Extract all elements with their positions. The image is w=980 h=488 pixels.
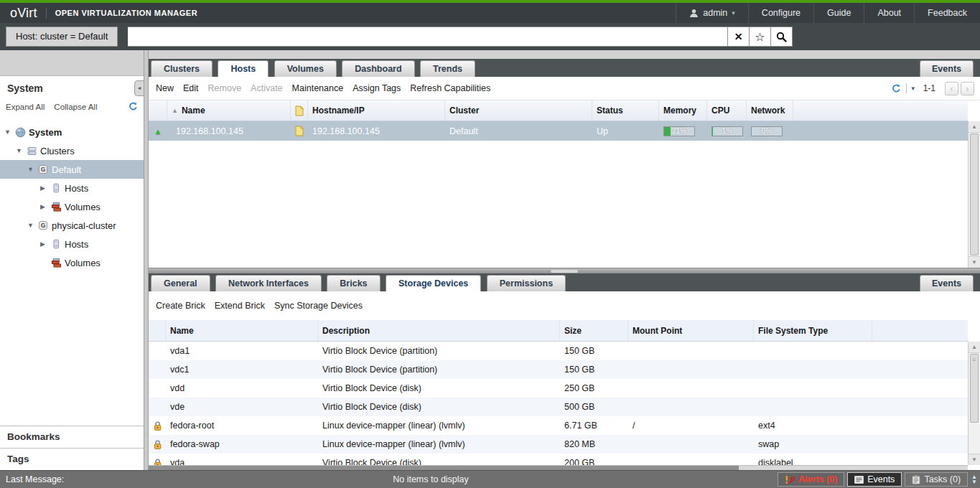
cell-name: vdd: [166, 383, 318, 393]
horizontal-splitter[interactable]: [149, 268, 980, 273]
next-page-button: ›: [961, 82, 974, 95]
alerts-button[interactable]: Alerts (0): [778, 472, 844, 487]
twisty-collapsed-icon[interactable]: ▶: [40, 203, 51, 210]
tree-item-clusters[interactable]: ▼ Clusters: [0, 141, 144, 160]
search-scope-label[interactable]: Host: cluster = Default: [6, 27, 118, 47]
main-panel: Clusters Hosts Volumes Dashboard Trends …: [149, 50, 980, 470]
tab-bricks[interactable]: Bricks: [327, 275, 380, 291]
tab-storage-devices[interactable]: Storage Devices: [386, 275, 481, 291]
search-go-button[interactable]: [771, 27, 793, 47]
menu-item-guide[interactable]: Guide: [813, 3, 864, 23]
column-header-fs-type[interactable]: File System Type: [754, 320, 872, 341]
storage-row[interactable]: vda1 Virtio Block Device (partition) 150…: [149, 342, 968, 360]
collapse-panel-button[interactable]: ◄: [134, 80, 144, 96]
column-header-description[interactable]: Description: [318, 320, 560, 341]
grid-refresh-button[interactable]: [892, 84, 901, 93]
scroll-up-icon[interactable]: ▲: [969, 342, 980, 353]
twisty-expanded-icon[interactable]: ▼: [27, 166, 38, 173]
tree-item-hosts[interactable]: ▶ Hosts: [0, 179, 144, 197]
hosts-grid-scrollbar[interactable]: ▲ ▼: [968, 121, 980, 268]
tab-trends[interactable]: Trends: [420, 60, 475, 77]
twisty-expanded-icon[interactable]: ▼: [4, 128, 15, 136]
column-header-name[interactable]: Name: [166, 320, 318, 341]
tree-refresh-button[interactable]: [129, 102, 138, 111]
storage-grid-header: Name Description Size Mount Point File S…: [149, 320, 968, 342]
storage-row[interactable]: fedora-swap Linux device-mapper (linear)…: [149, 435, 968, 454]
bookmarks-section-header[interactable]: Bookmarks: [0, 426, 144, 447]
scrollbar-thumb[interactable]: ≡: [970, 354, 979, 423]
storage-row[interactable]: vdc1 Virtio Block Device (partition) 150…: [149, 360, 968, 379]
tab-clusters[interactable]: Clusters: [151, 60, 213, 77]
tree-item-default-cluster[interactable]: ▼ G Default: [0, 160, 144, 179]
column-header-cluster[interactable]: Cluster: [445, 100, 592, 121]
cpu-usage-value: 1%: [712, 127, 742, 136]
twisty-collapsed-icon[interactable]: ▶: [40, 240, 51, 248]
scroll-down-icon[interactable]: ▼: [969, 256, 980, 268]
tree-item-physical-cluster[interactable]: ▼ G physical-cluster: [0, 216, 144, 235]
column-header-size[interactable]: Size: [560, 320, 628, 341]
scrollbar-thumb[interactable]: [970, 133, 979, 255]
sort-ascending-icon: ▲: [172, 107, 178, 114]
create-brick-button[interactable]: Create Brick: [156, 301, 205, 311]
column-header-memory[interactable]: Memory: [659, 100, 707, 121]
user-menu[interactable]: admin ▾: [676, 3, 748, 23]
clusters-icon: [27, 146, 40, 156]
tab-hosts[interactable]: Hosts: [218, 60, 269, 77]
scroll-up-icon[interactable]: ▲: [969, 121, 980, 133]
column-header-name[interactable]: ▲ Name: [167, 100, 291, 121]
host-cluster: Default: [449, 126, 478, 136]
gluster-cluster-icon: G: [38, 164, 52, 174]
sync-storage-devices-button[interactable]: Sync Storage Devices: [274, 301, 363, 311]
host-row-selected[interactable]: ▲ 192.168.100.145 192.168.100.145 Defaul…: [149, 121, 968, 141]
menu-item-configure[interactable]: Configure: [748, 3, 813, 23]
tab-general[interactable]: General: [151, 275, 210, 291]
tree-item-hosts[interactable]: ▶ Hosts: [0, 235, 144, 253]
storage-row[interactable]: vde Virtio Block Device (disk) 500 GB: [149, 398, 968, 416]
storage-grid-scrollbar[interactable]: ▲ ≡ ▼: [968, 342, 980, 465]
menu-item-feedback[interactable]: Feedback: [914, 3, 980, 23]
storage-grid-hscrollbar[interactable]: [149, 465, 968, 470]
collapse-all-link[interactable]: Collapse All: [54, 103, 97, 111]
storage-row[interactable]: vdd Virtio Block Device (disk) 250 GB: [149, 379, 968, 398]
tree-item-volumes[interactable]: Volumes: [0, 253, 144, 272]
menu-item-about[interactable]: About: [864, 3, 914, 23]
extend-brick-button[interactable]: Extend Brick: [215, 301, 265, 311]
edit-button[interactable]: Edit: [183, 83, 199, 93]
host-icon: [51, 183, 65, 193]
events-button[interactable]: Events: [920, 60, 974, 77]
tree-item-system[interactable]: ▼ System: [0, 123, 144, 141]
expand-footer-panel-button[interactable]: ▲ ▼: [971, 474, 977, 484]
tab-dashboard[interactable]: Dashboard: [342, 60, 414, 77]
maintenance-button[interactable]: Maintenance: [292, 83, 344, 93]
bookmark-search-button[interactable]: ☆: [750, 27, 771, 47]
column-header-hostname[interactable]: Hostname/IP: [308, 100, 445, 121]
tab-volumes[interactable]: Volumes: [274, 60, 337, 77]
tab-network-interfaces[interactable]: Network Interfaces: [215, 275, 322, 291]
tab-permissions[interactable]: Permissions: [487, 275, 566, 291]
twisty-expanded-icon[interactable]: ▼: [27, 222, 38, 229]
search-clear-button[interactable]: ✕: [728, 27, 750, 47]
new-button[interactable]: New: [156, 83, 174, 93]
tree-item-volumes[interactable]: ▶ Volumes: [0, 197, 144, 216]
storage-row[interactable]: fedora-root Linux device-mapper (linear)…: [149, 416, 968, 435]
tags-section-header[interactable]: Tags: [0, 448, 144, 469]
refresh-capabilities-button[interactable]: Refresh Capabilities: [410, 83, 490, 93]
twisty-expanded-icon[interactable]: ▼: [16, 147, 27, 154]
top-bar: oVirt OPEN VIRTUALIZATION MANAGER admin …: [0, 3, 980, 23]
column-header-cpu[interactable]: CPU: [707, 100, 747, 121]
detail-events-button[interactable]: Events: [920, 275, 974, 291]
vertical-splitter[interactable]: [144, 50, 149, 470]
twisty-collapsed-icon[interactable]: ▶: [40, 184, 51, 192]
search-icon: [776, 32, 787, 42]
search-input[interactable]: [128, 27, 728, 47]
expand-all-link[interactable]: Expand All: [6, 103, 45, 111]
events-footer-button[interactable]: Events: [847, 472, 902, 487]
tasks-footer-button[interactable]: Tasks (0): [905, 472, 968, 487]
top-gap: [149, 50, 980, 59]
scroll-down-icon[interactable]: ▼: [969, 454, 980, 465]
column-header-network[interactable]: Network: [747, 100, 793, 121]
column-header-mount-point[interactable]: Mount Point: [628, 320, 754, 341]
assign-tags-button[interactable]: Assign Tags: [353, 83, 401, 93]
column-header-status[interactable]: Status: [592, 100, 659, 121]
refresh-rate-dropdown[interactable]: ▼: [910, 85, 916, 92]
